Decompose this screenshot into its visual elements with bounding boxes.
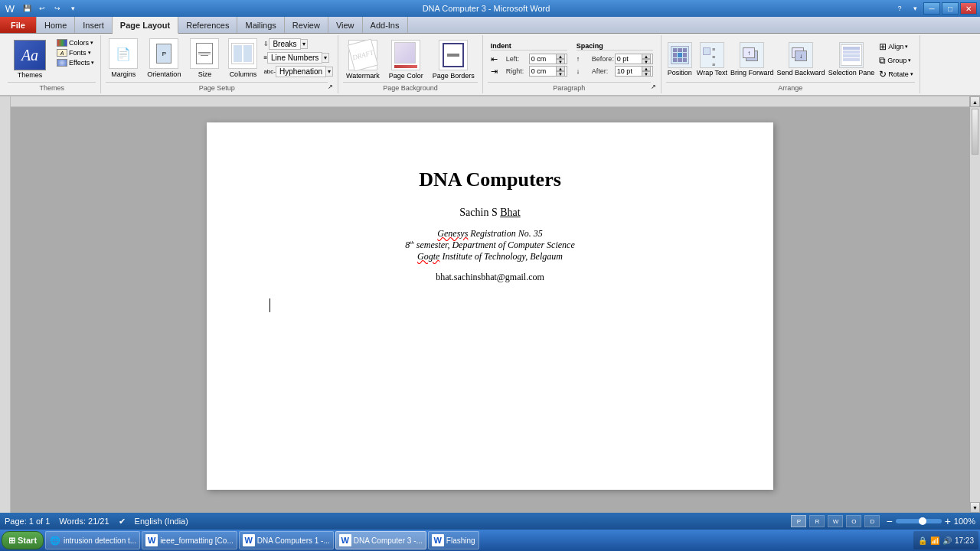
customize-qa-btn[interactable]: ▾ xyxy=(66,2,80,15)
group-button[interactable]: ⧉ Group ▾ xyxy=(877,54,915,67)
close-btn[interactable]: ✕ xyxy=(960,2,977,15)
selection-pane-button[interactable]: Selection Pane xyxy=(828,42,875,77)
indent-right-icon: ⇥ xyxy=(491,67,505,77)
redo-qa-btn[interactable]: ↪ xyxy=(51,2,64,15)
zoom-thumb[interactable] xyxy=(919,517,926,525)
wrap-text-button[interactable]: ≡≡≡ Wrap Text xyxy=(697,42,727,77)
tab-mailings[interactable]: Mailings xyxy=(237,17,284,33)
columns-button[interactable]: Columns xyxy=(225,37,260,80)
full-reading-btn[interactable]: R xyxy=(809,515,825,527)
paragraph-expand[interactable]: ↗ xyxy=(651,83,656,90)
draft-btn[interactable]: D xyxy=(864,515,880,527)
spacing-before-up[interactable]: ▲ xyxy=(642,54,651,59)
scroll-track[interactable] xyxy=(970,107,980,502)
save-qa-btn[interactable]: 💾 xyxy=(20,2,34,15)
breaks-arrow[interactable]: ▾ xyxy=(301,39,308,49)
taskbar-label-4: Flashing xyxy=(446,536,475,545)
spacing-label: Spacing xyxy=(577,42,653,51)
arrange-group-label: Arrange xyxy=(666,82,915,92)
author-underline: Bhat xyxy=(500,207,520,218)
tab-references[interactable]: References xyxy=(178,17,237,33)
status-bar: Page: 1 of 1 Words: 21/21 ✔ English (Ind… xyxy=(0,513,980,530)
help-btn[interactable]: ? xyxy=(893,2,906,15)
hyphenation-button[interactable]: abc- Hyphenation ▾ xyxy=(263,66,333,77)
fonts-button[interactable]: A Fonts ▾ xyxy=(55,48,96,57)
page-background-group-label: Page Background xyxy=(343,82,478,92)
indent-left-down[interactable]: ▼ xyxy=(556,59,565,64)
rotate-button[interactable]: ↻ Rotate ▾ xyxy=(877,68,915,80)
start-button[interactable]: ⊞ Start xyxy=(2,531,44,549)
indent-left-input[interactable]: 0 cm ▲ ▼ xyxy=(529,54,567,64)
spacing-after-down[interactable]: ▼ xyxy=(642,71,651,77)
breaks-main[interactable]: Breaks xyxy=(269,38,300,50)
taskbar-item-1[interactable]: W ieee_formatting [Co... xyxy=(142,531,237,549)
spacing-before-input[interactable]: 0 pt ▲ ▼ xyxy=(615,54,653,64)
horizontal-ruler xyxy=(11,96,969,107)
vertical-scrollbar[interactable]: ▲ ▼ xyxy=(969,96,980,513)
tab-file[interactable]: File xyxy=(0,17,37,33)
align-button[interactable]: ⊞ Align ▾ xyxy=(877,41,915,53)
maximize-btn[interactable]: □ xyxy=(942,2,959,15)
taskbar-item-3[interactable]: W DNA Computer 3 -... xyxy=(335,531,426,549)
tab-view[interactable]: View xyxy=(328,17,363,33)
spacing-after-icon: ↓ xyxy=(577,67,590,75)
spacing-after-up[interactable]: ▲ xyxy=(642,66,651,71)
print-layout-btn[interactable]: P xyxy=(791,515,806,527)
position-button[interactable]: Position xyxy=(666,42,694,77)
watermark-button[interactable]: DRAFT Watermark xyxy=(343,38,383,81)
tab-page-layout[interactable]: Page Layout xyxy=(113,17,178,34)
scroll-thumb[interactable] xyxy=(972,109,978,155)
line-numbers-button[interactable]: ≡ Line Numbers ▾ xyxy=(263,52,333,64)
cursor-line[interactable] xyxy=(268,298,712,312)
doc-scroll-area[interactable]: DNA Computers Sachin S Bhat Genesys Regi… xyxy=(11,107,969,513)
breaks-button[interactable]: ⇩ Breaks ▾ xyxy=(263,38,333,50)
size-button[interactable]: Size xyxy=(187,37,222,80)
line-numbers-main[interactable]: Line Numbers xyxy=(267,52,322,64)
colors-button[interactable]: Colors ▾ xyxy=(55,38,96,47)
spacing-before-down[interactable]: ▼ xyxy=(642,59,651,64)
tab-add-ins[interactable]: Add-Ins xyxy=(363,17,408,33)
language[interactable]: English (India) xyxy=(135,517,188,526)
indent-group: Indent ⇤ Left: 0 cm ▲ ▼ ⇥ xyxy=(491,42,567,77)
tab-home[interactable]: Home xyxy=(37,17,75,33)
orientation-button[interactable]: P Orientation xyxy=(144,37,184,80)
ribbon-toggle-btn[interactable]: ▾ xyxy=(908,2,922,15)
page-setup-expand[interactable]: ↗ xyxy=(328,83,333,90)
hyphenation-main[interactable]: Hyphenation xyxy=(276,66,326,77)
outline-btn[interactable]: O xyxy=(846,515,861,527)
effects-button[interactable]: Effects ▾ xyxy=(55,58,96,67)
zoom-slider[interactable] xyxy=(896,519,942,523)
margins-button[interactable]: 📄 Margins xyxy=(106,37,141,80)
taskbar-label-2: DNA Computers 1 -... xyxy=(257,536,330,545)
tab-insert[interactable]: Insert xyxy=(75,17,113,33)
taskbar-item-2[interactable]: W DNA Computers 1 -... xyxy=(239,531,334,549)
page[interactable]: DNA Computers Sachin S Bhat Genesys Regi… xyxy=(207,122,773,490)
taskbar-item-0[interactable]: 🌐 intrusion detection t... xyxy=(45,531,140,549)
indent-right-input[interactable]: 0 cm ▲ ▼ xyxy=(529,66,567,77)
status-right: P R W O D − + 100% xyxy=(791,515,975,527)
indent-right-down[interactable]: ▼ xyxy=(556,71,565,77)
send-backward-button[interactable]: ↓ Send Backward xyxy=(777,42,825,77)
tab-review[interactable]: Review xyxy=(285,17,328,33)
zoom-out-btn[interactable]: − xyxy=(886,515,892,527)
hyphenation-arrow[interactable]: ▾ xyxy=(326,67,333,77)
minimize-btn[interactable]: ─ xyxy=(923,2,940,15)
bring-forward-button[interactable]: ↑ Bring Forward xyxy=(730,42,774,77)
taskbar-label-1: ieee_formatting [Co... xyxy=(160,536,234,545)
zoom-control[interactable]: − + 100% xyxy=(886,515,975,527)
zoom-in-btn[interactable]: + xyxy=(945,515,951,527)
document-area: DNA Computers Sachin S Bhat Genesys Regi… xyxy=(0,96,980,513)
undo-qa-btn[interactable]: ↩ xyxy=(35,2,49,15)
taskbar-item-4[interactable]: W Flashing xyxy=(428,531,479,549)
scroll-up-btn[interactable]: ▲ xyxy=(970,96,980,107)
scroll-down-btn[interactable]: ▼ xyxy=(970,502,980,513)
themes-button[interactable]: Aa Themes xyxy=(8,37,52,82)
spacing-after-input[interactable]: 10 pt ▲ ▼ xyxy=(615,66,653,77)
indent-left-up[interactable]: ▲ xyxy=(556,54,565,59)
spell-check-icon[interactable]: ✔ xyxy=(119,517,126,527)
web-layout-btn[interactable]: W xyxy=(828,515,843,527)
page-borders-button[interactable]: Page Borders xyxy=(430,38,478,81)
page-color-button[interactable]: Page Color xyxy=(386,38,426,81)
indent-right-up[interactable]: ▲ xyxy=(556,66,565,71)
line-numbers-arrow[interactable]: ▾ xyxy=(322,53,329,63)
